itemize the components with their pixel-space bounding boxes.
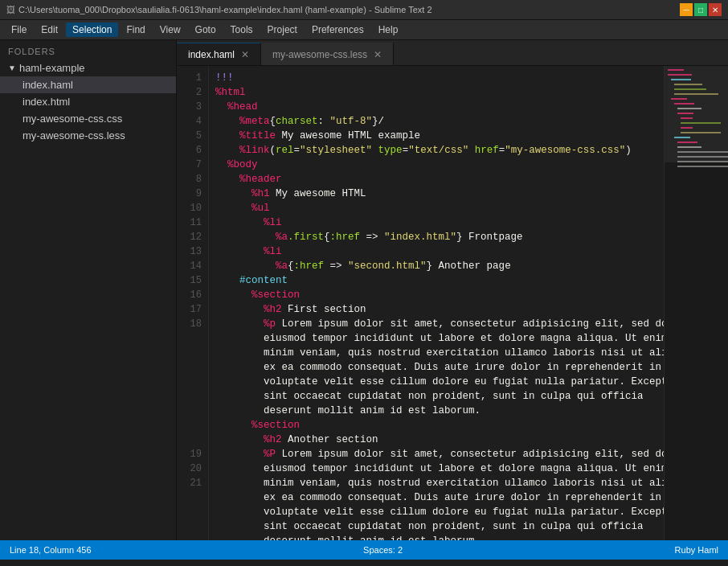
menu-item-edit[interactable]: Edit bbox=[35, 23, 64, 37]
file-label: index.haml bbox=[22, 79, 73, 91]
status-position: Line 18, Column 456 bbox=[10, 545, 92, 555]
code-wrapper: 12345 678910 1112131415 161718 192021 22… bbox=[177, 66, 728, 540]
tab-label: index.haml bbox=[188, 49, 235, 60]
file-label: my-awesome-css.css bbox=[22, 113, 122, 125]
line-numbers: 12345 678910 1112131415 161718 192021 22… bbox=[177, 66, 209, 540]
status-syntax: Ruby Haml bbox=[675, 545, 718, 555]
maximize-button[interactable]: □ bbox=[694, 3, 707, 16]
menu-item-view[interactable]: View bbox=[153, 23, 187, 37]
file-label: my-awesome-css.less bbox=[22, 129, 125, 142]
folder-haml-example[interactable]: ▼ haml-example bbox=[0, 59, 176, 76]
svg-rect-22 bbox=[665, 66, 728, 162]
code-editor[interactable]: !!! %html %head %meta{charset: "utf-8"}/… bbox=[209, 66, 664, 540]
folder-name: haml-example bbox=[19, 62, 85, 74]
main-layout: FOLDERS ▼ haml-example index.haml index.… bbox=[0, 40, 728, 540]
minimap bbox=[664, 66, 728, 540]
title-text: C:\Users\tuoma_000\Dropbox\saulialia.fi-… bbox=[18, 5, 432, 14]
file-index-haml[interactable]: index.haml bbox=[0, 76, 176, 93]
tab-bar: index.haml ✕ my-awesome-css.less ✕ bbox=[177, 40, 728, 66]
file-index-html[interactable]: index.html bbox=[0, 93, 176, 110]
editor-area: index.haml ✕ my-awesome-css.less ✕ 12345… bbox=[177, 40, 728, 540]
tab-label: my-awesome-css.less bbox=[272, 49, 367, 60]
sidebar: FOLDERS ▼ haml-example index.haml index.… bbox=[0, 40, 177, 540]
menu-bar: FileEditSelectionFindViewGotoToolsProjec… bbox=[0, 20, 728, 40]
menu-item-project[interactable]: Project bbox=[261, 23, 304, 37]
file-awesome-less[interactable]: my-awesome-css.less bbox=[0, 127, 176, 144]
status-spaces: Spaces: 2 bbox=[363, 545, 403, 555]
menu-item-file[interactable]: File bbox=[5, 23, 33, 37]
tab-close-icon[interactable]: ✕ bbox=[372, 49, 383, 60]
svg-rect-21 bbox=[677, 166, 728, 167]
folders-label: FOLDERS bbox=[0, 40, 176, 59]
menu-item-tools[interactable]: Tools bbox=[224, 23, 260, 37]
title-bar: 🖼 C:\Users\tuoma_000\Dropbox\saulialia.f… bbox=[0, 0, 728, 20]
menu-item-preferences[interactable]: Preferences bbox=[305, 23, 370, 37]
file-awesome-css[interactable]: my-awesome-css.css bbox=[0, 110, 176, 127]
menu-item-find[interactable]: Find bbox=[120, 23, 151, 37]
tab-close-icon[interactable]: ✕ bbox=[239, 49, 251, 60]
menu-item-selection[interactable]: Selection bbox=[66, 23, 118, 37]
tab-index-haml[interactable]: index.haml ✕ bbox=[177, 43, 261, 65]
window-controls: ─ □ ✕ bbox=[680, 3, 722, 16]
file-label: index.html bbox=[22, 96, 70, 108]
close-button[interactable]: ✕ bbox=[709, 3, 722, 16]
menu-item-goto[interactable]: Goto bbox=[189, 23, 223, 37]
menu-item-help[interactable]: Help bbox=[372, 23, 405, 37]
status-bar: Line 18, Column 456 Spaces: 2 Ruby Haml bbox=[0, 540, 728, 560]
folder-arrow-icon: ▼ bbox=[8, 64, 16, 72]
app-icon: 🖼 bbox=[6, 5, 15, 14]
tab-awesome-less[interactable]: my-awesome-css.less ✕ bbox=[261, 43, 394, 65]
minimize-button[interactable]: ─ bbox=[680, 3, 693, 16]
